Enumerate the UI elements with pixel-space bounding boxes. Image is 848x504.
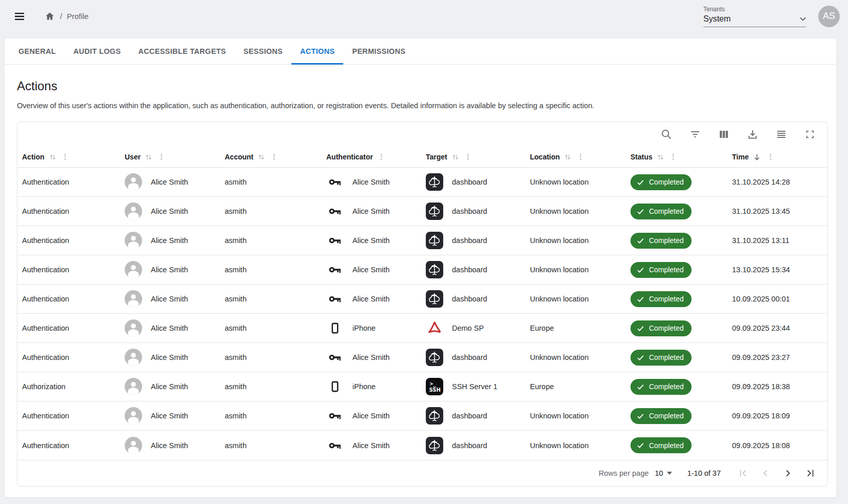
tab-audit-logs[interactable]: AUDIT LOGS [65, 38, 129, 64]
sort-icon[interactable] [257, 153, 266, 162]
user-avatar-icon [125, 349, 142, 366]
table-row[interactable]: Authentication Alice Smith asmith Alice … [17, 197, 827, 226]
column-menu-icon[interactable]: ⋮ [156, 152, 166, 162]
column-menu-icon[interactable]: ⋮ [765, 152, 775, 162]
column-menu-icon[interactable]: ⋮ [269, 152, 279, 162]
account-cell: asmith [220, 295, 322, 303]
authenticator-key-icon [326, 204, 344, 218]
column-header-account[interactable]: Account⋮ [220, 152, 322, 162]
table-row[interactable]: Authentication Alice Smith asmith iPhone… [17, 314, 827, 343]
column-menu-icon[interactable]: ⋮ [463, 152, 473, 162]
status-cell: Completed [626, 379, 727, 395]
time-cell: 31.10.2025 14:28 [727, 178, 827, 186]
rows-per-page-select[interactable]: 10 [655, 469, 672, 477]
first-page-icon[interactable] [734, 465, 752, 482]
status-badge[interactable]: Completed [630, 204, 692, 219]
user-cell: Alice Smith [120, 290, 220, 308]
status-badge[interactable]: Completed [630, 233, 692, 249]
status-badge[interactable]: Completed [630, 262, 692, 278]
table-row[interactable]: Authentication Alice Smith asmith Alice … [17, 255, 827, 285]
sort-icon[interactable] [656, 153, 665, 162]
table-row[interactable]: Authentication Alice Smith asmith Alice … [17, 168, 827, 197]
top-bar: / Profile Tenants System AS [0, 0, 848, 32]
tab-general[interactable]: GENERAL [10, 38, 65, 64]
authenticator-key-icon [326, 438, 344, 453]
time-cell: 09.09.2025 18:09 [727, 412, 827, 420]
status-badge[interactable]: Completed [630, 350, 692, 366]
user-avatar-icon [125, 407, 142, 425]
tab-accessible-targets[interactable]: ACCESSIBLE TARGETS [129, 38, 234, 64]
location-cell: Unknown location [525, 178, 626, 186]
last-page-icon[interactable] [802, 465, 819, 482]
check-icon [636, 382, 645, 391]
authenticator-cell: Alice Smith [322, 175, 421, 189]
column-header-target[interactable]: Target⋮ [421, 152, 525, 162]
check-icon [636, 324, 645, 333]
column-header-time[interactable]: Time⋮ [727, 152, 827, 162]
download-icon[interactable] [746, 128, 759, 140]
target-dashboard-icon [426, 349, 443, 366]
table-row[interactable]: Authentication Alice Smith asmith Alice … [17, 343, 827, 372]
action-cell: Authorization [17, 382, 120, 391]
next-page-icon[interactable] [779, 465, 797, 482]
column-header-user[interactable]: User⋮ [120, 152, 220, 162]
table-row[interactable]: Authorization Alice Smith asmith iPhone … [17, 372, 827, 401]
column-menu-icon[interactable]: ⋮ [377, 152, 386, 162]
fullscreen-icon[interactable] [804, 128, 816, 140]
filter-icon[interactable] [689, 128, 701, 140]
authenticator-cell: Alice Smith [322, 292, 421, 306]
table-row[interactable]: Authentication Alice Smith asmith Alice … [17, 226, 827, 255]
sort-icon[interactable] [48, 153, 57, 162]
action-cell: Authentication [17, 324, 120, 332]
rows-per-page-label: Rows per page [599, 469, 649, 477]
status-badge[interactable]: Completed [630, 320, 692, 336]
location-cell: Unknown location [525, 207, 626, 215]
sort-icon[interactable] [563, 153, 572, 162]
sort-desc-icon[interactable] [752, 152, 762, 162]
column-header-status[interactable]: Status⋮ [626, 152, 727, 162]
location-cell: Unknown location [525, 353, 626, 361]
status-badge[interactable]: Completed [630, 437, 692, 453]
target-dashboard-icon [426, 261, 443, 278]
location-cell: Unknown location [525, 266, 626, 274]
tenants-label: Tenants [703, 6, 806, 13]
density-icon[interactable] [775, 128, 787, 140]
user-avatar[interactable]: AS [818, 6, 840, 27]
authenticator-key-icon [326, 350, 344, 365]
sort-icon[interactable] [451, 153, 460, 162]
caret-down-icon [667, 472, 672, 475]
home-icon[interactable] [44, 11, 55, 22]
menu-icon[interactable] [9, 6, 30, 27]
location-cell: Europe [525, 382, 626, 391]
authenticator-cell: Alice Smith [322, 263, 421, 277]
column-menu-icon[interactable]: ⋮ [576, 152, 585, 162]
previous-page-icon[interactable] [757, 465, 774, 482]
column-header-authenticator[interactable]: Authenticator⋮ [322, 152, 421, 162]
tenants-select[interactable]: Tenants System [703, 6, 806, 27]
tab-sessions[interactable]: SESSIONS [235, 38, 292, 64]
status-badge[interactable]: Completed [630, 291, 692, 307]
status-badge[interactable]: Completed [630, 408, 692, 424]
authenticator-cell: Alice Smith [322, 409, 421, 423]
user-cell: Alice Smith [120, 232, 220, 249]
column-header-location[interactable]: Location⋮ [525, 152, 626, 162]
authenticator-key-icon [326, 175, 344, 189]
status-badge[interactable]: Completed [630, 174, 692, 190]
table-row[interactable]: Authentication Alice Smith asmith Alice … [17, 285, 827, 314]
search-icon[interactable] [660, 128, 673, 140]
table-row[interactable]: Authentication Alice Smith asmith Alice … [17, 431, 827, 460]
column-header-action[interactable]: Action⋮ [17, 152, 120, 162]
columns-icon[interactable] [718, 128, 730, 140]
column-menu-icon[interactable]: ⋮ [61, 152, 70, 162]
status-badge[interactable]: Completed [630, 379, 692, 395]
sort-icon[interactable] [144, 153, 153, 162]
breadcrumb-current[interactable]: Profile [67, 12, 89, 21]
user-cell: Alice Smith [120, 261, 220, 278]
tab-permissions[interactable]: PERMISSIONS [343, 38, 414, 64]
authenticator-cell: iPhone [322, 321, 421, 335]
table-row[interactable]: Authentication Alice Smith asmith Alice … [17, 401, 827, 431]
column-menu-icon[interactable]: ⋮ [668, 152, 678, 162]
target-ssh-icon: >_SSH [426, 378, 443, 395]
account-cell: asmith [220, 382, 322, 391]
tab-actions[interactable]: ACTIONS [291, 38, 343, 64]
